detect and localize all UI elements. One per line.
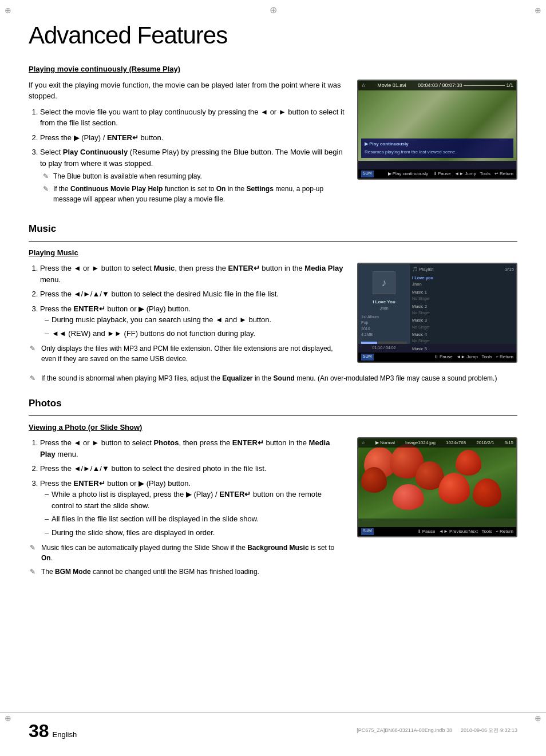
music-controls: ⏸ Pause ◄► Jump Tools ↩ Return xyxy=(434,354,513,361)
photo-content-area: ☆ ▶ Normal Image1024.jpg 1024x768 2010/2… xyxy=(358,438,516,518)
dash-item: ◄◄ (REW) and ►► (FF) buttons do not func… xyxy=(40,328,346,339)
note-item: The Blue button is available when resumi… xyxy=(43,171,346,181)
top-center-decoration: ⊕ xyxy=(267,5,279,16)
video-overlay: ▶ Play continuously Resumes playing from… xyxy=(361,138,513,158)
bottom-badge-photo: SUM xyxy=(361,528,374,535)
music-note-2: If the sound is abnormal when playing MP… xyxy=(29,373,517,383)
playlist-item: Music 3No Singer xyxy=(412,316,514,331)
photo-topbar: ☆ ▶ Normal Image1024.jpg 1024x768 2010/2… xyxy=(358,438,516,448)
corner-decoration-tl: ⊕ xyxy=(5,5,11,17)
corner-decoration-tr: ⊕ xyxy=(535,5,541,17)
song-title: I Love You xyxy=(361,299,407,306)
dash-item: All files in the file list section will … xyxy=(40,513,346,525)
video-topbar: ☆ Movie 01.avi 00:04:03 / 00:07:38 —————… xyxy=(358,81,516,91)
dash-item: While a photo list is displayed, press t… xyxy=(40,489,346,511)
page-footer: 38 English [PC675_ZA]BN68-03211A-00Eng.i… xyxy=(0,712,546,745)
playlist-item: Music 2No Singer xyxy=(412,303,514,317)
step-item: Press the ◄/►/▲/▼ button to select the d… xyxy=(40,288,346,300)
video-topbar-filename: Movie 01.avi xyxy=(377,82,406,90)
photos-note-1: Music files can be automatically played … xyxy=(29,543,346,563)
photos-subsection-title: Viewing a Photo (or Slide Show) xyxy=(29,422,517,433)
photos-text: Press the ◄ or ► button to select Photos… xyxy=(29,437,346,580)
step-item: Press the ENTER↵ button or ▶ (Play) butt… xyxy=(40,478,346,539)
progress-container: 01:10 / 04:02 xyxy=(361,342,407,351)
overlay-title: ▶ Play continuously xyxy=(365,141,510,148)
page-number: 38 xyxy=(29,717,49,745)
playlist-header: 🎵 Playlist 3/15 xyxy=(412,266,514,273)
footer-date: 2010-09-06 오전 9:32:13 xyxy=(461,727,517,733)
page-number-block: 38 English xyxy=(29,717,77,745)
playlist-item: I Love youJhon xyxy=(412,274,514,288)
step-item: Press the ▶ (Play) / ENTER↵ button. xyxy=(40,132,346,144)
photos-steps: Press the ◄ or ► button to select Photos… xyxy=(40,437,346,538)
video-topbar-icon: ☆ xyxy=(361,82,366,90)
photo-filename: Image1024.jpg xyxy=(405,440,436,446)
music-content: Press the ◄ or ► button to select Music,… xyxy=(29,263,517,367)
music-playlist-panel: 🎵 Playlist 3/15 I Love youJhon Music 1No… xyxy=(410,264,516,344)
dash-item: During the slide show, files are display… xyxy=(40,527,346,539)
overlay-subtitle: Resumes playing from the last viewed sce… xyxy=(365,149,510,156)
note-item: If the Continuous Movie Play Help functi… xyxy=(43,184,346,204)
video-bottombar: SUM ▶ Play continuously ⏸ Pause ◄► Jump … xyxy=(358,169,516,179)
playlist-label: 🎵 Playlist xyxy=(412,266,434,273)
playlist-item: Music 4No Singer xyxy=(412,331,514,345)
dash-item: During music playback, you can search us… xyxy=(40,314,346,326)
resume-play-screen: ☆ Movie 01.avi 00:04:03 / 00:07:38 —————… xyxy=(357,80,517,209)
footer-filename: [PC675_ZA]BN68-03211A-00Eng.indb 38 xyxy=(357,727,452,733)
music-info-panel: ♪ I Love You Jhon 1st Album Pop 2010 4.2… xyxy=(358,264,410,344)
footer-file-info: [PC675_ZA]BN68-03211A-00Eng.indb 38 2010… xyxy=(357,727,517,735)
photo-controls: ⏸ Pause ◄► Previous/Next Tools ↩ Return xyxy=(416,528,513,535)
resume-play-text: If you exit the playing movie function, … xyxy=(29,80,346,209)
step-item: Press the ◄ or ► button to select Photos… xyxy=(40,437,346,460)
music-screen: ♪ I Love You Jhon 1st Album Pop 2010 4.2… xyxy=(357,263,517,367)
music-screen-mockup: ♪ I Love You Jhon 1st Album Pop 2010 4.2… xyxy=(357,263,517,363)
photo-topbar-icon: ☆ xyxy=(361,440,365,446)
page-title: Advanced Features xyxy=(29,17,517,53)
video-screen-mockup: ☆ Movie 01.avi 00:04:03 / 00:07:38 —————… xyxy=(357,80,517,180)
resume-play-subtitle: Playing movie continuously (Resume Play) xyxy=(29,64,517,75)
page-language: English xyxy=(53,729,77,741)
music-bottombar: SUM ⏸ Pause ◄► Jump Tools ↩ Return xyxy=(358,353,516,362)
photo-bottombar: SUM ⏸ Pause ◄► Previous/Next Tools ↩ Ret… xyxy=(358,527,516,536)
music-section-title: Music xyxy=(29,221,517,236)
music-subsection-title: Playing Music xyxy=(29,247,517,259)
photo-date: 2010/2/1 xyxy=(476,440,494,446)
playlist-count: 3/15 xyxy=(505,266,514,273)
step-item: Select Play Continuously (Resume Play) b… xyxy=(40,147,346,204)
resume-play-content: If you exit the playing movie function, … xyxy=(29,80,517,209)
photo-screen-mockup: ☆ ▶ Normal Image1024.jpg 1024x768 2010/2… xyxy=(357,437,517,537)
bottom-badge: SUM xyxy=(361,171,374,177)
photos-note-2: The BGM Mode cannot be changed until the… xyxy=(29,567,346,577)
song-details: 1st Album Pop 2010 4.2MB xyxy=(361,314,407,338)
video-controls: ▶ Play continuously ⏸ Pause ◄► Jump Tool… xyxy=(388,171,513,177)
photo-count: 3/15 xyxy=(504,440,513,446)
photos-divider xyxy=(29,415,517,416)
photos-screen: ☆ ▶ Normal Image1024.jpg 1024x768 2010/2… xyxy=(357,437,517,580)
video-topbar-time: 00:04:03 / 00:07:38 ———————— 1/1 xyxy=(418,82,513,90)
step-item: Press the ◄/►/▲/▼ button to select the d… xyxy=(40,463,346,474)
resume-play-steps: Select the movie file you want to play c… xyxy=(40,106,346,205)
music-section: Music Playing Music Press the ◄ or ► but… xyxy=(29,221,517,383)
photo-mode: ▶ Normal xyxy=(375,440,395,446)
video-content-area: ☆ Movie 01.avi 00:04:03 / 00:07:38 —————… xyxy=(358,81,516,161)
step-item: Select the movie file you want to play c… xyxy=(40,106,346,129)
photos-section: Photos Viewing a Photo (or Slide Show) P… xyxy=(29,396,517,580)
music-text: Press the ◄ or ► button to select Music,… xyxy=(29,263,346,367)
resume-play-section: Playing movie continuously (Resume Play)… xyxy=(29,64,517,209)
music-note-icon: ♪ xyxy=(373,271,395,294)
bottom-badge-music: SUM xyxy=(361,354,374,361)
photos-section-title: Photos xyxy=(29,396,517,411)
resume-play-intro: If you exit the playing movie function, … xyxy=(29,80,346,102)
music-divider xyxy=(29,241,517,242)
music-content-area: ♪ I Love You Jhon 1st Album Pop 2010 4.2… xyxy=(358,264,516,344)
music-note-1: Only displays the files with MP3 and PCM… xyxy=(29,343,346,364)
step-item: Press the ENTER↵ button or ▶ (Play) butt… xyxy=(40,303,346,339)
artist-name: Jhon xyxy=(361,306,407,312)
music-steps: Press the ◄ or ► button to select Music,… xyxy=(40,263,346,339)
page-container: ⊕ ⊕ ⊕ ⊕ ⊕ Advanced Features Playing movi… xyxy=(0,0,546,756)
photos-content: Press the ◄ or ► button to select Photos… xyxy=(29,437,517,580)
step-item: Press the ◄ or ► button to select Music,… xyxy=(40,263,346,285)
playlist-item: Music 1No Singer xyxy=(412,288,514,303)
photo-resolution: 1024x768 xyxy=(446,440,466,446)
